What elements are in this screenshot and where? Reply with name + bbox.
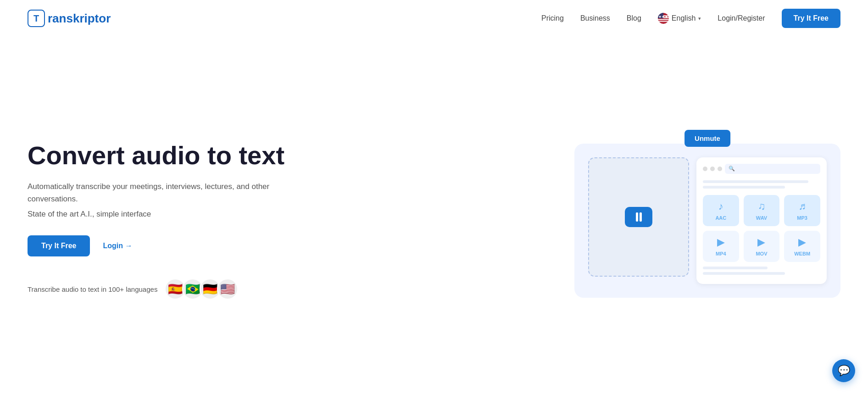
languages-row: Transcribe audio to text in 100+ languag… [28,278,294,300]
svg-rect-3 [658,19,669,20]
chat-icon: 💬 [838,365,850,377]
chat-bubble-button[interactable]: 💬 [832,359,855,382]
file-card-mov: ▶ MOV [744,231,780,262]
play-icon-mp4: ▶ [717,236,725,248]
text-line-1 [703,180,808,183]
bottom-line-1 [703,267,768,269]
language-selector[interactable]: ★★★ English ▾ [658,13,701,24]
flag-icons: 🇪🇸 🇧🇷 🇩🇪 🇺🇸 [165,278,238,300]
browser-dot-3 [718,167,722,171]
logo-icon: T [28,10,45,27]
file-label-mp4: MP4 [716,251,726,256]
hero-try-free-button[interactable]: Try It Free [28,235,90,256]
file-label-wav: WAV [756,215,767,221]
svg-rect-4 [658,21,669,22]
file-card-mp4: ▶ MP4 [703,231,739,262]
pause-button[interactable] [625,207,652,227]
hero-description-2: State of the art A.I., simple interface [28,210,294,219]
text-lines [703,180,820,189]
search-icon: 🔍 [729,166,735,172]
pause-bar-right [640,212,642,222]
files-panel: 🔍 ♪ AAC ♫ WAV [696,157,827,284]
file-card-mp3: ♬ MP3 [784,195,820,226]
flag-usa: 🇺🇸 [217,278,238,300]
file-label-webm: WEBM [794,251,810,256]
file-label-aac: AAC [715,215,726,221]
hero-section: Convert audio to text Automatically tran… [0,37,868,395]
unmute-button[interactable]: Unmute [684,130,730,147]
nav-business[interactable]: Business [580,14,610,22]
logo[interactable]: T ranskriptor [28,10,111,27]
play-icon-mov: ▶ [757,236,765,248]
language-label: English [672,14,696,22]
file-card-webm: ▶ WEBM [784,231,820,262]
languages-text: Transcribe audio to text in 100+ languag… [28,285,157,293]
chevron-down-icon: ▾ [698,16,701,22]
logo-text: ranskriptor [48,11,111,26]
text-line-2 [703,186,785,189]
file-label-mp3: MP3 [797,215,807,221]
pause-bar-left [636,212,638,222]
file-card-wav: ♫ WAV [744,195,780,226]
login-register-link[interactable]: Login/Register [718,14,765,22]
nav-try-free-button[interactable]: Try It Free [782,9,840,28]
file-type-grid: ♪ AAC ♫ WAV ♬ MP3 ▶ [703,195,820,262]
svg-text:★★★: ★★★ [658,15,668,19]
browser-bar: 🔍 [703,164,820,174]
hero-title: Convert audio to text [28,141,294,170]
us-flag-icon: ★★★ [658,13,669,24]
browser-dot-1 [703,167,707,171]
music-note-icon-3: ♬ [798,200,806,212]
nav-links: Pricing Business Blog ★★★ English ▾ Logi… [541,9,840,28]
illustration-container: 🔍 ♪ AAC ♫ WAV [574,144,840,298]
nav-pricing[interactable]: Pricing [541,14,564,22]
file-card-aac: ♪ AAC [703,195,739,226]
bottom-lines [703,267,820,275]
audio-player-panel [588,157,689,277]
nav-blog[interactable]: Blog [627,14,641,22]
music-note-icon: ♪ [718,200,723,212]
hero-left-content: Convert audio to text Automatically tran… [28,141,294,300]
hero-actions: Try It Free Login → [28,235,294,256]
play-icon-webm: ▶ [798,236,806,248]
music-note-icon-2: ♫ [758,200,766,212]
hero-description-1: Automatically transcribe your meetings, … [28,180,294,205]
file-label-mov: MOV [756,251,767,256]
browser-dot-2 [710,167,715,171]
hero-login-link[interactable]: Login → [103,242,132,250]
bottom-line-2 [703,272,785,275]
hero-illustration: Unmute 🔍 [574,144,840,298]
browser-search-bar: 🔍 [725,164,820,174]
